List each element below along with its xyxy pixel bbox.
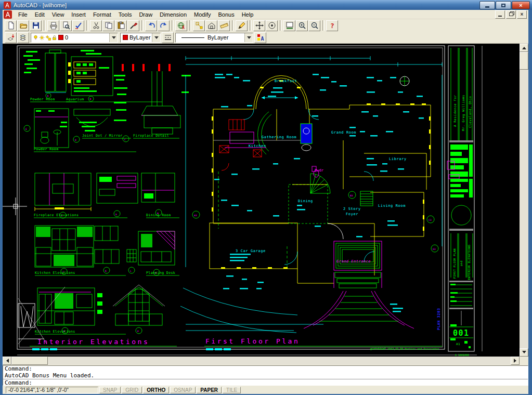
scroll-down-button[interactable] bbox=[520, 348, 528, 357]
menu-bonus[interactable]: Bonus bbox=[214, 10, 238, 19]
layer-visibility-icon[interactable] bbox=[33, 35, 38, 41]
toggle-grid[interactable]: GRID bbox=[122, 387, 142, 393]
print-button[interactable] bbox=[47, 20, 59, 31]
titleblock-client-2: Mr. Greg Williams bbox=[461, 95, 465, 131]
distance-button[interactable] bbox=[218, 20, 230, 31]
window-minimize-button[interactable] bbox=[479, 1, 495, 9]
scroll-right-button[interactable] bbox=[511, 357, 520, 365]
color-combo[interactable]: ByLayer bbox=[120, 33, 161, 43]
redraw-icon bbox=[238, 21, 246, 30]
drawing-canvas[interactable]: A B Powder Room Aquarium C D Joint Det /… bbox=[3, 44, 520, 357]
undo-button[interactable] bbox=[145, 20, 157, 31]
menu-modify[interactable]: Modify bbox=[190, 10, 214, 19]
titleblock-sheet-title-2: and bbox=[460, 260, 463, 266]
vertical-scrollbar[interactable] bbox=[520, 44, 528, 357]
zoom-realtime-button[interactable] bbox=[296, 20, 308, 31]
color-combo-arrow[interactable] bbox=[152, 33, 160, 42]
menu-view[interactable]: View bbox=[48, 10, 68, 19]
menu-format[interactable]: Format bbox=[89, 10, 115, 19]
mdi-minimize-button[interactable] bbox=[495, 10, 505, 19]
horizontal-scrollbar[interactable] bbox=[3, 357, 520, 365]
named-views-button[interactable] bbox=[283, 20, 295, 31]
coordinate-display: -0'-0 21/64",1'-6 1/8" ,0'-0" bbox=[6, 387, 98, 393]
toggle-osnap[interactable]: OSNAP bbox=[170, 387, 196, 393]
room-label-gathering-room: Gathering Room bbox=[262, 135, 296, 139]
autocad-app-icon[interactable] bbox=[4, 2, 11, 9]
layers-button[interactable] bbox=[17, 32, 29, 43]
mdi-restore-button[interactable] bbox=[506, 10, 516, 19]
toggle-ortho[interactable]: ORTHO bbox=[143, 387, 169, 393]
vertical-scroll-thumb[interactable] bbox=[520, 52, 528, 70]
zoom-realtime-icon bbox=[298, 21, 306, 30]
linetype-combo[interactable]: ByLayer bbox=[175, 33, 253, 43]
new-button[interactable] bbox=[5, 20, 17, 31]
window-close-button[interactable]: × bbox=[512, 1, 530, 9]
open-button[interactable] bbox=[17, 20, 29, 31]
menu-help[interactable]: Help bbox=[238, 10, 257, 19]
new-icon bbox=[7, 21, 15, 30]
redraw-button[interactable] bbox=[236, 20, 248, 31]
close-icon: × bbox=[519, 3, 522, 8]
named-ucs-button[interactable] bbox=[205, 20, 217, 31]
maximize-icon bbox=[501, 4, 505, 7]
horizontal-scroll-thumb[interactable] bbox=[11, 357, 48, 365]
detail-label-powder-room-2: Powder Room bbox=[34, 147, 58, 151]
toggle-tile[interactable]: TILE bbox=[223, 387, 241, 393]
minimize-icon bbox=[485, 6, 489, 8]
object-snap-button[interactable] bbox=[193, 20, 205, 31]
mdi-close-icon: × bbox=[521, 12, 524, 17]
linetype-flyout-button[interactable] bbox=[162, 32, 174, 43]
scroll-up-button[interactable] bbox=[520, 44, 528, 52]
menu-dimension[interactable]: Dimension bbox=[156, 10, 190, 19]
aerial-view-button[interactable] bbox=[266, 20, 278, 31]
linetype-sample bbox=[181, 37, 204, 38]
menu-edit[interactable]: Edit bbox=[31, 10, 48, 19]
copy-button[interactable] bbox=[102, 20, 114, 31]
match-properties-button[interactable] bbox=[127, 20, 139, 31]
help-button[interactable] bbox=[326, 20, 338, 31]
layer-combo[interactable]: 0 bbox=[31, 33, 118, 43]
detail-label-fireplace-detail: Fireplace Detail bbox=[133, 134, 169, 138]
svg-text:K: K bbox=[105, 270, 107, 272]
make-layer-current-button[interactable] bbox=[5, 32, 17, 43]
mdi-close-button[interactable]: × bbox=[517, 10, 527, 19]
toggle-paper[interactable]: PAPER bbox=[197, 387, 222, 393]
layer-combo-arrow[interactable] bbox=[109, 33, 118, 42]
detail-label-kitchen-elevations-1: Kitchen Elevations bbox=[35, 271, 75, 275]
arrow-down-icon bbox=[522, 351, 526, 356]
svg-text:G: G bbox=[115, 213, 117, 216]
launch-browser-button[interactable] bbox=[175, 20, 187, 31]
menu-file[interactable]: File bbox=[15, 10, 31, 19]
drawing-window-icon[interactable] bbox=[4, 10, 12, 19]
cut-button[interactable] bbox=[90, 20, 102, 31]
menu-tools[interactable]: Tools bbox=[115, 10, 136, 19]
properties-button[interactable] bbox=[254, 32, 266, 43]
layer-freeze-vp-icon[interactable] bbox=[45, 35, 51, 41]
aerial-view-icon bbox=[268, 21, 276, 30]
toggle-snap[interactable]: SNAP bbox=[99, 387, 121, 393]
scroll-left-button[interactable] bbox=[3, 357, 11, 365]
paste-button[interactable] bbox=[115, 20, 127, 31]
menu-draw[interactable]: Draw bbox=[135, 10, 156, 19]
svg-text:B3: B3 bbox=[350, 194, 353, 197]
pan-button[interactable] bbox=[253, 20, 265, 31]
redo-button[interactable] bbox=[158, 20, 170, 31]
layer-freeze-icon[interactable] bbox=[39, 35, 45, 41]
linetype-combo-arrow[interactable] bbox=[244, 33, 253, 42]
command-input-line[interactable]: Command: bbox=[3, 379, 528, 386]
match-properties-icon bbox=[129, 21, 138, 30]
room-label-grand-entrance: Grand Entrance bbox=[336, 259, 371, 264]
linetype-value: ByLayer bbox=[207, 34, 228, 41]
layer-lock-icon[interactable] bbox=[51, 35, 57, 41]
menu-insert[interactable]: Insert bbox=[68, 10, 89, 19]
command-window[interactable]: Command: AutoCAD Bonus Menu loaded. Comm… bbox=[3, 365, 528, 386]
color-value: ByLayer bbox=[129, 34, 150, 41]
save-button[interactable] bbox=[30, 20, 42, 31]
print-preview-icon bbox=[62, 21, 70, 30]
zoom-previous-button[interactable] bbox=[308, 20, 320, 31]
command-history[interactable]: Command: AutoCAD Bonus Menu loaded. bbox=[3, 366, 528, 379]
print-preview-button[interactable] bbox=[60, 20, 72, 31]
window-maximize-button[interactable] bbox=[496, 1, 511, 9]
spelling-button[interactable] bbox=[72, 20, 84, 31]
arrow-right-icon bbox=[514, 359, 518, 363]
